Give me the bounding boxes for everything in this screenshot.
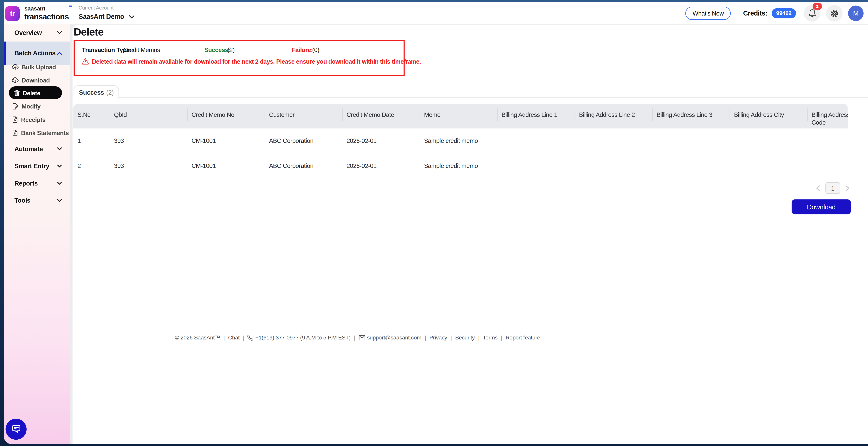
- brand-wordmark: saasant transactions: [25, 6, 69, 21]
- column-header: Customer: [265, 103, 342, 119]
- cell-memo: Sample credit memo: [420, 138, 497, 144]
- column-header: Billing Address Code: [807, 103, 848, 126]
- sidebar-bulk-upload-label: Bulk Upload: [22, 64, 56, 70]
- sidebar-section-overview[interactable]: Overview: [4, 27, 70, 39]
- results-table: S.No QbId Credit Memo No Customer Credit…: [73, 103, 848, 178]
- next-page-button[interactable]: [845, 185, 850, 191]
- chevron-down-icon: [57, 182, 62, 185]
- tab-success-count: (2): [106, 89, 114, 95]
- chevron-down-icon: [57, 165, 62, 168]
- sidebar-item-receipts[interactable]: Receipts: [4, 114, 70, 126]
- column-header: Credit Memo Date: [342, 103, 420, 119]
- cloud-download-icon: [12, 77, 19, 84]
- current-account-switcher[interactable]: Current Account SaasAnt Demo: [79, 6, 135, 20]
- current-account-label: Current Account: [79, 6, 135, 11]
- sidebar-delete-label: Delete: [23, 89, 40, 96]
- footer-divider: |: [243, 334, 244, 340]
- delete-summary-alert: Transaction Type: Credit Memos Success: …: [73, 40, 404, 76]
- cell-credit-memo-no: CM-1001: [187, 162, 265, 169]
- sidebar-item-bulk-upload[interactable]: Bulk Upload: [4, 61, 70, 73]
- brand-transactions-label: transactions: [25, 12, 69, 20]
- column-header: QbId: [110, 103, 187, 119]
- settings-button[interactable]: [826, 5, 843, 22]
- footer-divider: |: [354, 334, 355, 340]
- pagination: 1: [816, 182, 850, 194]
- column-header: S.No: [73, 103, 110, 119]
- page-title: Delete: [73, 26, 103, 38]
- cell-credit-memo-date: 2026-02-01: [342, 162, 420, 169]
- footer-copyright: © 2026 SaasAnt™: [175, 334, 220, 340]
- phone-icon: [248, 334, 254, 340]
- whats-new-button[interactable]: What's New: [685, 7, 731, 20]
- sidebar-section-automate[interactable]: Automate: [4, 143, 70, 155]
- chevron-right-icon: [845, 185, 850, 191]
- column-header: Billing Address City: [730, 103, 807, 119]
- column-header: Billing Address Line 2: [575, 103, 652, 119]
- current-account-name: SaasAnt Demo: [79, 13, 124, 20]
- column-header: Credit Memo No: [187, 103, 265, 119]
- footer-terms-link[interactable]: Terms: [483, 334, 497, 340]
- sidebar-item-bank-statements[interactable]: Bank Statements: [4, 127, 70, 139]
- warning-icon: [82, 58, 89, 65]
- chevron-left-icon: [816, 185, 820, 191]
- sidebar-batch-actions-label: Batch Actions: [14, 50, 56, 57]
- footer-report-feature-link[interactable]: Report feature: [505, 334, 540, 340]
- previous-page-button[interactable]: [816, 185, 820, 191]
- chevron-up-icon: [57, 52, 62, 55]
- cell-qbid: 393: [110, 162, 187, 169]
- footer-security-link[interactable]: Security: [455, 334, 475, 340]
- chevron-down-icon: [57, 31, 62, 34]
- footer-chat-link[interactable]: Chat: [228, 334, 240, 340]
- sidebar-tools-label: Tools: [14, 197, 30, 204]
- success-count-label: Success:: [204, 47, 230, 53]
- sidebar-modify-label: Modify: [22, 103, 40, 110]
- trash-icon: [14, 89, 20, 96]
- sidebar-section-smart-entry[interactable]: Smart Entry: [4, 160, 70, 172]
- document-edit-icon: [12, 103, 19, 110]
- cell-sno: 1: [73, 138, 110, 144]
- column-header: Memo: [420, 103, 497, 119]
- footer: © 2026 SaasAnt™ | Chat | +1(619) 377-097…: [72, 334, 643, 340]
- brand-saasant-label: saasant: [25, 6, 69, 11]
- sidebar-item-modify[interactable]: Modify: [4, 100, 70, 112]
- credits-label: Credits:: [743, 9, 767, 17]
- sidebar-receipts-label: Receipts: [21, 116, 45, 123]
- retention-warning-text: Deleted data will remain available for d…: [92, 58, 421, 65]
- footer-divider: |: [501, 334, 502, 340]
- brand-logo-icon[interactable]: tr: [5, 6, 20, 21]
- footer-divider: |: [223, 334, 225, 340]
- column-header: Billing Address Line 3: [652, 103, 730, 119]
- download-button[interactable]: Download: [792, 199, 851, 214]
- current-page-indicator[interactable]: 1: [825, 182, 840, 194]
- credits-value-badge: 99462: [772, 8, 796, 18]
- footer-phone-link[interactable]: +1(619) 377-0977 (9 A.M to 5 P.M EST): [248, 334, 350, 340]
- footer-privacy-link[interactable]: Privacy: [429, 334, 447, 340]
- notification-count-badge: 1: [813, 3, 822, 10]
- cell-credit-memo-no: CM-1001: [187, 138, 265, 144]
- cell-memo: Sample credit memo: [420, 162, 497, 169]
- sidebar-item-delete-active[interactable]: Delete: [9, 86, 62, 99]
- sidebar-item-download[interactable]: Download: [4, 74, 70, 86]
- sidebar-bank-statements-label: Bank Statements: [21, 130, 69, 136]
- tab-success[interactable]: Success (2): [73, 85, 119, 98]
- notifications-button[interactable]: 1: [804, 5, 820, 22]
- sidebar-section-reports[interactable]: Reports: [4, 177, 70, 189]
- chat-widget-button[interactable]: [6, 419, 27, 440]
- transaction-type-value: Credit Memos: [123, 47, 160, 53]
- sidebar-section-tools[interactable]: Tools: [4, 195, 70, 207]
- tab-success-label: Success: [79, 89, 104, 95]
- footer-email-link[interactable]: support@saasant.com: [359, 334, 422, 340]
- cell-qbid: 393: [110, 138, 187, 144]
- footer-divider: |: [478, 334, 479, 340]
- user-avatar[interactable]: M: [848, 6, 864, 21]
- footer-email-text: support@saasant.com: [367, 334, 422, 340]
- app-window: tr saasant transactions Current Account …: [0, 0, 868, 446]
- cell-customer: ABC Corporation: [265, 138, 342, 144]
- pdf-file-icon: [12, 130, 18, 136]
- chevron-down-icon: [57, 147, 62, 151]
- footer-divider: |: [425, 334, 426, 340]
- sidebar: Overview Batch Actions Bulk Upload: [4, 25, 70, 444]
- table-row: 1 393 CM-1001 ABC Corporation 2026-02-01…: [73, 128, 848, 153]
- chat-bubble-icon: [11, 425, 21, 434]
- bell-icon: [808, 9, 816, 18]
